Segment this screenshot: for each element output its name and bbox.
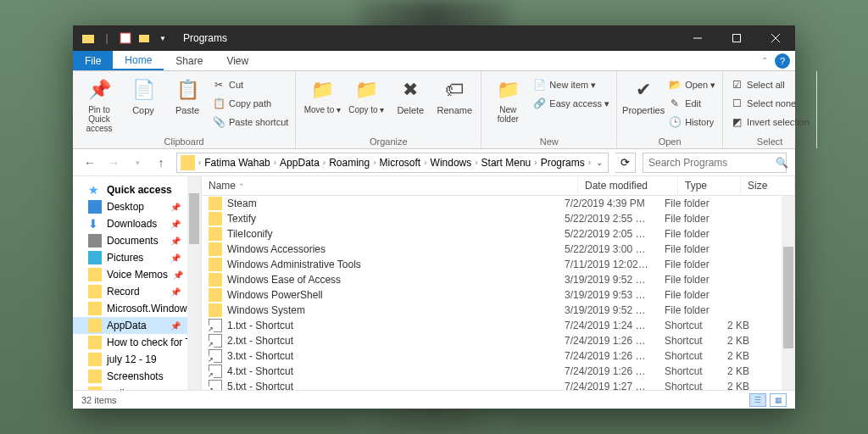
file-name: Windows Accessories [227, 243, 326, 255]
nav-pictures[interactable]: Pictures📌 [73, 249, 201, 266]
titlebar[interactable]: | ▼ Programs [73, 25, 795, 51]
back-button[interactable]: ← [81, 154, 98, 171]
copy-path-button[interactable]: 📋Copy path [212, 95, 288, 112]
nav-desktop[interactable]: Desktop📌 [73, 198, 201, 215]
details-view-button[interactable]: ☰ [749, 393, 766, 407]
svg-rect-0 [82, 35, 94, 43]
help-button[interactable]: ? [775, 53, 790, 69]
organize-group-label: Organize [303, 135, 474, 147]
breadcrumb-seg[interactable]: Programs [537, 157, 588, 169]
copy-button[interactable]: 📄Copy [124, 75, 163, 115]
nav-howto[interactable]: How to check for Trustec [73, 334, 201, 351]
file-row[interactable]: 3.txt - Shortcut7/24/2019 1:26 …Shortcut… [202, 348, 795, 364]
open-button[interactable]: 📂Open ▾ [668, 76, 715, 93]
file-row[interactable]: Windows Accessories5/22/2019 3:00 …File … [202, 242, 795, 257]
col-size[interactable]: Size [741, 176, 795, 195]
collapse-ribbon-icon[interactable]: ⌃ [761, 56, 768, 70]
column-headers[interactable]: Name ⌃ Date modified Type Size [202, 176, 795, 196]
easy-access-button[interactable]: 🔗Easy access ▾ [532, 95, 609, 112]
breadcrumb[interactable]: › Fatima Wahab› AppData› Roaming› Micros… [176, 153, 609, 173]
nav-downloads[interactable]: ⬇Downloads📌 [73, 215, 201, 232]
tab-file[interactable]: File [73, 51, 113, 70]
minimize-button[interactable] [678, 25, 717, 51]
file-row[interactable]: Textify5/22/2019 2:55 …File folder [202, 211, 795, 226]
shortcut-icon: 📎 [212, 115, 225, 129]
ribbon: 📌Pin to Quick access 📄Copy 📋Paste ✂Cut 📋… [73, 71, 795, 149]
file-row[interactable]: Steam7/2/2019 4:39 PMFile folder [202, 196, 795, 211]
breadcrumb-seg[interactable]: AppData [276, 157, 323, 169]
dropdown-icon[interactable]: ▼ [156, 31, 170, 45]
file-name: 5.txt - Shortcut [227, 381, 293, 390]
file-type: Shortcut [665, 365, 727, 377]
file-row[interactable]: Windows System3/19/2019 9:52 …File folde… [202, 303, 795, 318]
breadcrumb-seg[interactable]: Microsoft [376, 157, 425, 169]
rename-button[interactable]: 🏷Rename [435, 75, 474, 115]
file-row[interactable]: TileIconify5/22/2019 2:05 …File folder [202, 226, 795, 242]
search-input[interactable] [648, 157, 776, 169]
history-button[interactable]: 🕒History [668, 114, 715, 131]
copy-to-button[interactable]: 📁Copy to ▾ [347, 75, 386, 114]
file-type: File folder [665, 213, 727, 225]
file-row[interactable]: Windows Administrative Tools7/11/2019 12… [202, 257, 795, 272]
nav-voice-memos[interactable]: Voice Memos📌 [73, 266, 201, 283]
tab-share[interactable]: Share [164, 51, 214, 70]
file-date: 3/19/2019 9:52 … [565, 304, 665, 316]
cut-button[interactable]: ✂Cut [212, 76, 288, 93]
search-box[interactable]: 🔍 [643, 153, 787, 173]
new-item-button[interactable]: 📄New item ▾ [532, 76, 609, 93]
recent-button[interactable]: ▾ [129, 154, 146, 171]
file-scrollbar[interactable] [782, 196, 795, 390]
nav-windowsterminal[interactable]: Microsoft.WindowsTe [73, 300, 201, 317]
pin-quick-access-button[interactable]: 📌Pin to Quick access [80, 75, 119, 133]
col-name[interactable]: Name ⌃ [202, 176, 578, 195]
select-none-button[interactable]: ☐Select none [730, 95, 810, 112]
tab-home[interactable]: Home [113, 51, 164, 70]
file-type: File folder [665, 289, 727, 301]
refresh-button[interactable]: ⟳ [615, 153, 636, 173]
nav-july[interactable]: july 12 - 19 [73, 351, 201, 368]
move-to-button[interactable]: 📁Move to ▾ [303, 75, 342, 114]
large-icons-view-button[interactable]: ▦ [770, 393, 787, 407]
file-row[interactable]: 2.txt - Shortcut7/24/2019 1:26 …Shortcut… [202, 333, 795, 348]
delete-button[interactable]: ✖Delete [391, 75, 430, 115]
paste-shortcut-button[interactable]: 📎Paste shortcut [212, 114, 288, 131]
folder-icon [88, 370, 102, 383]
col-type[interactable]: Type [678, 176, 741, 195]
file-date: 7/24/2019 1:27 … [565, 381, 665, 390]
nav-quick-access[interactable]: ★Quick access [73, 181, 201, 198]
file-type: File folder [665, 198, 727, 209]
file-list[interactable]: Steam7/2/2019 4:39 PMFile folderTextify5… [202, 196, 795, 390]
file-name: Windows Ease of Access [227, 274, 341, 286]
properties-button[interactable]: ✔Properties [624, 75, 663, 115]
nav-documents[interactable]: Documents📌 [73, 232, 201, 249]
nav-scrollbar[interactable] [187, 176, 201, 390]
edit-button[interactable]: ✎Edit [668, 95, 715, 112]
nav-appdata[interactable]: AppData📌 [73, 317, 201, 334]
folder-small-icon[interactable] [137, 31, 151, 45]
properties-icon[interactable] [119, 31, 132, 45]
new-folder-button[interactable]: 📁New folder [488, 75, 527, 124]
invert-selection-button[interactable]: ◩Invert selection [730, 114, 810, 131]
breadcrumb-seg[interactable]: Start Menu [478, 157, 535, 169]
breadcrumb-seg[interactable]: Windows [427, 157, 476, 169]
file-row[interactable]: Windows PowerShell3/19/2019 9:53 …File f… [202, 287, 795, 303]
close-button[interactable] [756, 25, 795, 51]
paste-button[interactable]: 📋Paste [168, 75, 207, 115]
nav-screenshots[interactable]: Screenshots [73, 368, 201, 385]
file-row[interactable]: Windows Ease of Access3/19/2019 9:52 …Fi… [202, 272, 795, 287]
tab-view[interactable]: View [214, 51, 260, 70]
maximize-button[interactable] [717, 25, 756, 51]
col-date[interactable]: Date modified [578, 176, 678, 195]
breadcrumb-dropdown[interactable]: ⌄ [591, 158, 608, 167]
file-row[interactable]: 4.txt - Shortcut7/24/2019 1:26 …Shortcut… [202, 364, 795, 379]
up-button[interactable]: ↑ [153, 154, 170, 171]
file-name: Textify [227, 213, 256, 225]
breadcrumb-seg[interactable]: Fatima Wahab [201, 157, 274, 169]
forward-button[interactable]: → [105, 154, 122, 171]
file-row[interactable]: 1.txt - Shortcut7/24/2019 1:24 …Shortcut… [202, 318, 795, 333]
select-all-button[interactable]: ☑Select all [730, 76, 810, 93]
breadcrumb-seg[interactable]: Roaming [326, 157, 373, 169]
nav-record[interactable]: Record📌 [73, 283, 201, 300]
nav-wallpapers[interactable]: wallpapers [73, 385, 201, 390]
file-row[interactable]: 5.txt - Shortcut7/24/2019 1:27 …Shortcut… [202, 379, 795, 390]
